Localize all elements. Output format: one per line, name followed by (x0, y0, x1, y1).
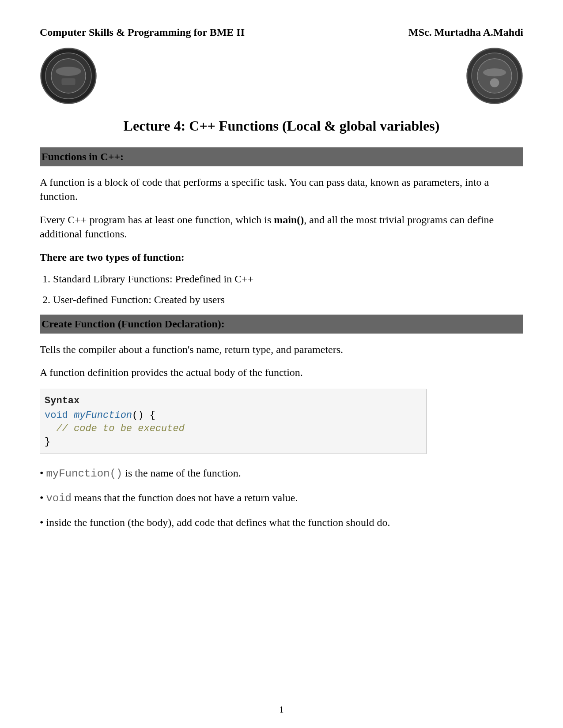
svg-point-8 (483, 68, 506, 76)
university-seal-left-icon (40, 47, 97, 105)
page-header: Computer Skills & Programming for BME II… (40, 26, 523, 38)
para2-main-bold: main() (274, 214, 304, 225)
declaration-para2: A function definition provides the actua… (40, 365, 523, 379)
svg-point-3 (56, 67, 81, 76)
university-seal-right-icon (466, 47, 523, 105)
para2-pre: Every C++ program has at least one funct… (40, 214, 274, 225)
bullet-2: • void means that the function does not … (40, 492, 523, 504)
function-type-2: 2. User-defined Function: Created by use… (40, 294, 523, 306)
page-number: 1 (0, 705, 563, 715)
functions-intro-para1: A function is a block of code that perfo… (40, 175, 523, 204)
author-name: MSc. Murtadha A.Mahdi (408, 26, 523, 38)
lecture-title: Lecture 4: C++ Functions (Local & global… (40, 118, 523, 134)
declaration-para1: Tells the compiler about a function's na… (40, 342, 523, 356)
bullet-1: • myFunction() is the name of the functi… (40, 467, 523, 480)
function-type-1: 1. Standard Library Functions: Predefine… (40, 273, 523, 285)
code-function-name: myFunction (74, 410, 132, 421)
bullet1-text: is the name of the function. (122, 467, 241, 479)
code-keyword-void: void (45, 410, 68, 421)
bullet2-text: means that the function does not have a … (72, 492, 298, 503)
seals-row (40, 47, 523, 105)
code-line-2: // code to be executed (45, 422, 422, 435)
functions-intro-para2: Every C++ program has at least one funct… (40, 213, 523, 241)
section-heading-create-function: Create Function (Function Declaration): (40, 315, 523, 334)
seal-left-icon (40, 47, 97, 105)
svg-point-9 (490, 78, 499, 87)
bullet1-code: myFunction() (46, 468, 122, 480)
types-heading: There are two types of function: (40, 250, 523, 264)
course-title: Computer Skills & Programming for BME II (40, 26, 245, 38)
syntax-label: Syntax (45, 394, 422, 408)
bullet-3: • inside the function (the body), add co… (40, 517, 523, 529)
section-heading-functions: Functions in C++: (40, 147, 523, 166)
code-comment: // code to be executed (56, 423, 184, 434)
syntax-code-block: Syntax void myFunction() { // code to be… (40, 389, 427, 454)
code-line-1: void myFunction() { (45, 409, 422, 422)
code-parens: () { (132, 410, 155, 421)
bullet3-text: inside the function (the body), add code… (46, 517, 390, 528)
seal-right-icon (466, 47, 523, 105)
code-line-3: } (45, 435, 422, 449)
svg-rect-4 (61, 78, 75, 85)
bullet2-code: void (46, 492, 72, 504)
